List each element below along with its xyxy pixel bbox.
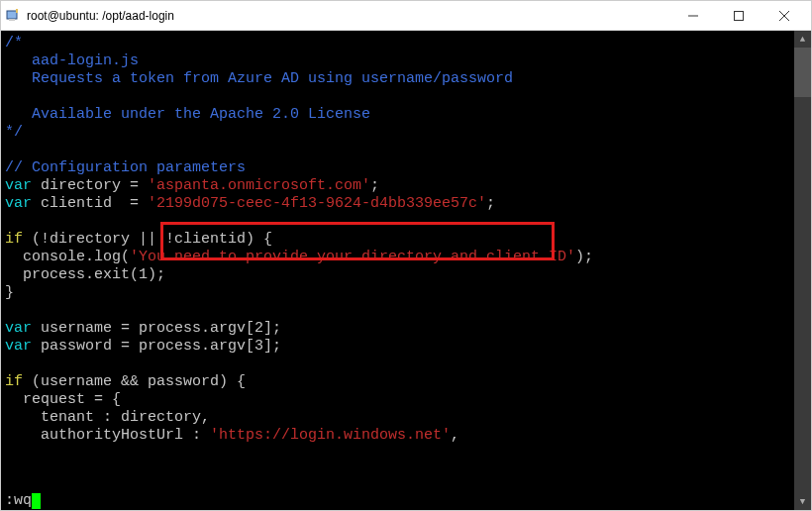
scroll-thumb[interactable] xyxy=(794,48,811,97)
code-text: tenant : directory, xyxy=(5,409,210,426)
code-text: password = process.argv[3]; xyxy=(32,338,281,355)
svg-rect-0 xyxy=(7,11,17,19)
code-text: authorityHostUrl : xyxy=(5,427,210,444)
window-title: root@ubuntu: /opt/aad-login xyxy=(27,9,670,23)
code-text: ; xyxy=(486,195,495,212)
maximize-button[interactable] xyxy=(716,1,761,31)
var-keyword: var xyxy=(5,195,32,212)
code-text: request = { xyxy=(5,391,121,408)
scroll-down-button[interactable]: ▼ xyxy=(794,493,811,510)
code-text: process.exit(1); xyxy=(5,266,165,283)
code-line: /* xyxy=(5,35,23,51)
code-line: // Configuration parameters xyxy=(5,159,246,176)
cursor xyxy=(32,493,41,509)
putty-icon xyxy=(5,8,21,24)
scroll-up-button[interactable]: ▲ xyxy=(794,31,811,48)
code-text: (!directory || !clientid) { xyxy=(23,231,272,248)
if-keyword: if xyxy=(5,231,23,248)
close-button[interactable] xyxy=(761,1,807,31)
code-text: ); xyxy=(575,249,593,265)
string-literal: 'You need to provide your directory and … xyxy=(130,249,575,265)
if-keyword: if xyxy=(5,373,23,390)
code-line: aad-login.js xyxy=(5,52,139,69)
code-text: , xyxy=(451,427,459,444)
scroll-track[interactable] xyxy=(794,48,811,493)
terminal[interactable]: /* aad-login.js Requests a token from Az… xyxy=(1,31,811,510)
var-keyword: var xyxy=(5,338,32,355)
scrollbar[interactable]: ▲ ▼ xyxy=(794,31,811,510)
string-literal: 'https://login.windows.net' xyxy=(210,427,451,444)
putty-window: root@ubuntu: /opt/aad-login /* aad-login… xyxy=(0,0,812,511)
code-text: directory = xyxy=(32,177,148,194)
code-line: */ xyxy=(5,124,23,141)
var-keyword: var xyxy=(5,177,32,194)
code-line: Requests a token from Azure AD using use… xyxy=(5,70,513,87)
minimize-button[interactable] xyxy=(670,1,716,31)
var-keyword: var xyxy=(5,320,32,337)
svg-rect-1 xyxy=(9,19,15,21)
window-controls xyxy=(670,1,807,31)
string-literal: 'aspanta.onmicrosoft.com' xyxy=(148,177,370,194)
code-text: ; xyxy=(370,177,379,194)
code-text: clientid = xyxy=(32,195,148,212)
svg-rect-2 xyxy=(16,9,18,13)
vim-command-line[interactable]: :wq xyxy=(5,492,41,510)
string-literal: '2199d075-ceec-4f13-9624-d4bb339ee57c' xyxy=(148,195,486,212)
code-text: username = process.argv[2]; xyxy=(32,320,281,337)
svg-rect-4 xyxy=(735,11,744,20)
code-text: (username && password) { xyxy=(23,373,246,390)
code-line: Available under the Apache 2.0 License xyxy=(5,106,370,123)
code-text: console.log( xyxy=(5,249,130,265)
titlebar: root@ubuntu: /opt/aad-login xyxy=(1,1,811,31)
code-text: } xyxy=(5,284,14,301)
